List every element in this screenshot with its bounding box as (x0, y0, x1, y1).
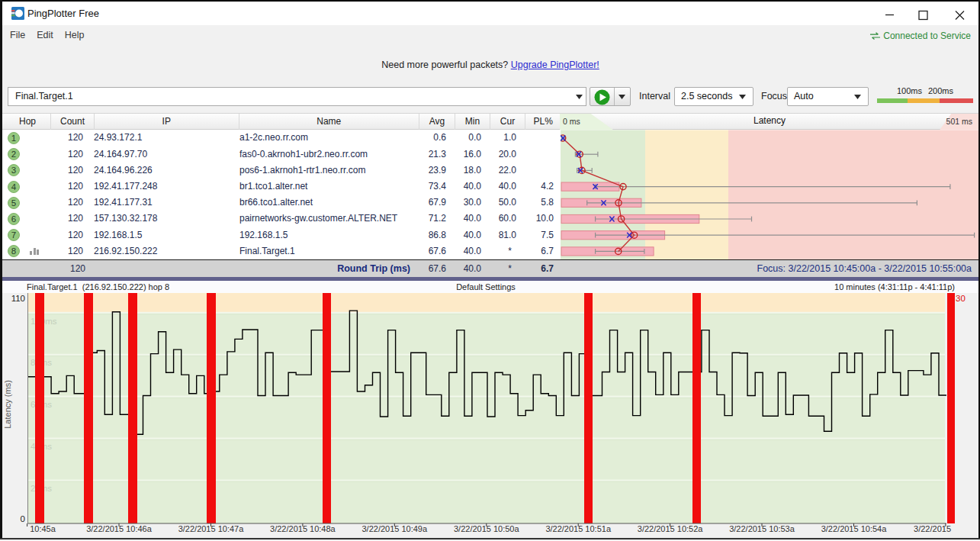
svg-text:10:45a: 10:45a (30, 524, 56, 533)
svg-text:30: 30 (956, 294, 966, 303)
svg-text:3/22/2015 10:48a: 3/22/2015 10:48a (270, 524, 336, 533)
svg-text:3/22/2015 10:51a: 3/22/2015 10:51a (545, 524, 612, 533)
svg-text:3/22/2015 10:52a: 3/22/2015 10:52a (638, 524, 704, 533)
svg-text:3/22/2015: 3/22/2015 (914, 524, 951, 533)
svg-text:3/22/2015 10:54a: 3/22/2015 10:54a (821, 524, 888, 533)
svg-text:3/22/2015 10:49a: 3/22/2015 10:49a (361, 524, 428, 533)
svg-text:Latency (ms): Latency (ms) (3, 380, 12, 429)
svg-text:110: 110 (11, 294, 25, 303)
svg-text:3/22/2015 10:50a: 3/22/2015 10:50a (454, 524, 520, 533)
svg-text:3/22/2015 10:47a: 3/22/2015 10:47a (178, 524, 245, 533)
svg-text:3/22/2015 10:46a: 3/22/2015 10:46a (86, 524, 153, 533)
svg-text:3/22/2015 10:53a: 3/22/2015 10:53a (729, 524, 795, 533)
svg-text:0: 0 (21, 514, 25, 523)
